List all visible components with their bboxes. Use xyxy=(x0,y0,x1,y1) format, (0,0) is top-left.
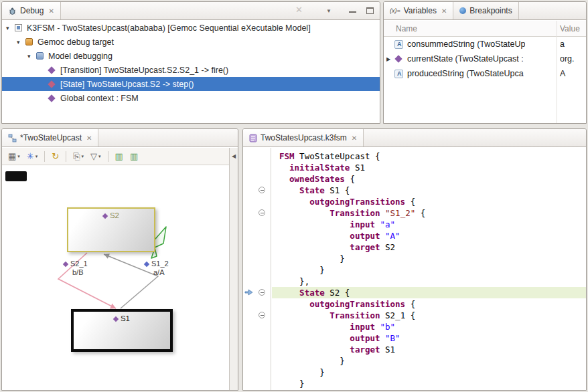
code-line[interactable]: } xyxy=(272,264,586,276)
expander-down-icon[interactable]: ▾ xyxy=(17,39,25,45)
close-tab-icon[interactable]: ✕ xyxy=(441,7,447,15)
transition-label-s2_1[interactable]: S2_1 b/B xyxy=(64,260,88,277)
code-line[interactable]: FSM TwoStateUpcast { xyxy=(272,151,586,162)
code-line[interactable]: ownedStates { xyxy=(272,173,586,185)
state-node-s2[interactable]: S2 xyxy=(67,207,155,252)
annotation-ruler[interactable] xyxy=(243,148,254,390)
tree-item-label: Model debugging xyxy=(48,52,113,61)
transition-label-s1_2[interactable]: S1_2 a/A xyxy=(145,260,169,277)
frame-icon xyxy=(48,94,55,102)
code-line[interactable]: Transition "S1_2" { xyxy=(272,207,586,219)
code-line[interactable]: Transition S2_1 { xyxy=(272,310,586,321)
expander-down-icon[interactable]: ▾ xyxy=(27,53,36,60)
fold-ruler[interactable] xyxy=(254,148,271,390)
dropdown-arrow-icon[interactable]: ▾ xyxy=(17,154,20,159)
thread-icon xyxy=(36,52,44,60)
variable-row[interactable]: producedString (TwoStateUpcaA xyxy=(384,66,586,81)
select-mode-icon-button[interactable]: ✳▾ xyxy=(25,151,40,162)
close-tab-icon[interactable]: ✕ xyxy=(352,134,357,142)
minimize-icon[interactable] xyxy=(349,11,356,13)
code-line[interactable]: State S1 { xyxy=(272,185,586,196)
tab-variables-label: Variables xyxy=(404,6,437,15)
debug-toolbar: ✕▼ xyxy=(2,2,380,19)
debug-tree-row[interactable]: Global context : FSM xyxy=(2,91,380,105)
transition-io-label: b/B xyxy=(72,268,88,277)
maximize-icon[interactable] xyxy=(366,7,374,14)
code-line[interactable]: } xyxy=(272,355,586,367)
debug-tree-row[interactable]: ▾Gemoc debug target xyxy=(2,35,380,49)
debug-tree-row[interactable]: [State] TwoStateUpcast.S2 -> step() xyxy=(2,77,380,91)
code-line[interactable]: } xyxy=(272,378,586,389)
fold-collapse-icon[interactable] xyxy=(259,209,265,216)
clear-console-icon[interactable]: ✕ xyxy=(295,5,303,15)
paste-format-icon-button[interactable]: ⎘▾ xyxy=(71,151,86,162)
code-line[interactable]: initialState S1 xyxy=(272,162,586,173)
code-line[interactable]: target S1 xyxy=(272,344,586,355)
tab-k3fsm-file[interactable]: TwoStatesUpcast.k3fsm ✕ xyxy=(243,129,364,146)
attribute-icon xyxy=(394,70,403,78)
expander-right-icon[interactable]: ▶ xyxy=(386,56,394,62)
debug-tree[interactable]: ▾K3FSM - TwoStatesUpcast(abababa) [Gemoc… xyxy=(2,21,380,123)
arrange-icon-button[interactable]: ▦▾ xyxy=(6,151,22,162)
dropdown-arrow-icon[interactable]: ▾ xyxy=(82,154,84,159)
code-line[interactable]: } xyxy=(272,253,586,264)
export-image-icon-button[interactable]: ▥ xyxy=(113,151,125,162)
palette-collapse-icon[interactable]: ◀ xyxy=(230,153,238,159)
state-icon xyxy=(102,213,108,219)
state-icon xyxy=(113,316,119,322)
model-icon xyxy=(15,24,22,31)
transition-edges xyxy=(2,165,230,391)
code-lines[interactable]: FSM TwoStateUpcast { initialState S1 own… xyxy=(272,148,586,390)
debug-tree-row[interactable]: ▾K3FSM - TwoStatesUpcast(abababa) [Gemoc… xyxy=(2,21,380,35)
paste-format-icon: ⎘ xyxy=(73,152,80,161)
view-menu-icon[interactable]: ▼ xyxy=(326,8,332,14)
variable-value: a xyxy=(560,39,565,49)
export-all-icon: ▥ xyxy=(130,152,138,161)
variable-row[interactable]: consummedString (TwoStateUpa xyxy=(384,37,586,52)
code-line[interactable]: outgoingTransitions { xyxy=(272,196,586,207)
code-line[interactable]: output "A" xyxy=(272,230,586,241)
code-line[interactable]: } xyxy=(272,367,586,378)
fold-collapse-icon[interactable] xyxy=(259,312,265,318)
code-line[interactable]: }, xyxy=(272,276,586,287)
debug-tree-row[interactable]: ▾Model debugging xyxy=(2,49,380,63)
tree-item-label: Global context : FSM xyxy=(60,94,139,103)
state-node-s1[interactable]: S1 xyxy=(71,309,173,352)
export-all-icon-button[interactable]: ▥ xyxy=(128,151,140,162)
select-mode-icon: ✳ xyxy=(27,152,34,161)
code-line[interactable]: State S2 { xyxy=(272,287,586,298)
debug-tree-row[interactable]: [Transition] TwoStateUpcast.S2.S2_1 -> f… xyxy=(2,63,380,77)
variables-icon: (x)= xyxy=(390,7,400,14)
filter-icon: ▽ xyxy=(90,152,97,161)
code-line[interactable]: input "b" xyxy=(272,321,586,332)
code-line[interactable]: output "B" xyxy=(272,332,586,344)
dropdown-arrow-icon[interactable]: ▾ xyxy=(35,154,38,159)
tab-variables[interactable]: (x)= Variables ✕ xyxy=(384,2,453,19)
instruction-pointer-icon xyxy=(244,289,253,296)
fold-collapse-icon[interactable] xyxy=(259,187,265,193)
tab-breakpoints[interactable]: Breakpoints xyxy=(453,2,518,19)
column-header-value: Value xyxy=(560,24,580,33)
code-line[interactable]: target S2 xyxy=(272,241,586,253)
dropdown-arrow-icon[interactable]: ▾ xyxy=(98,154,101,159)
variables-tabbar: (x)= Variables ✕ Breakpoints xyxy=(384,2,586,20)
k3fsm-file-icon xyxy=(249,134,257,142)
variables-rows[interactable]: consummedString (TwoStateUpa▶currentStat… xyxy=(384,37,586,123)
variable-name: currentState (TwoStateUpcast : xyxy=(407,54,524,64)
filter-icon-button[interactable]: ▽▾ xyxy=(88,151,103,162)
refresh-icon-button[interactable]: ↻ xyxy=(50,151,61,162)
reference-icon xyxy=(394,55,402,62)
expander-down-icon[interactable]: ▾ xyxy=(6,25,15,31)
editor-tabbar: TwoStatesUpcast.k3fsm ✕ xyxy=(243,129,586,147)
variable-row[interactable]: ▶currentState (TwoStateUpcast :org. xyxy=(384,52,586,66)
palette-collapsed-strip[interactable]: ◀ xyxy=(229,148,238,390)
breakpoint-icon xyxy=(459,7,466,14)
transition-icon xyxy=(63,262,68,267)
code-line[interactable]: outgoingTransitions { xyxy=(272,298,586,310)
tab-diagram[interactable]: *TwoStateUpcast ✕ xyxy=(2,129,98,146)
close-tab-icon[interactable]: ✕ xyxy=(86,134,92,142)
code-line[interactable]: input "a" xyxy=(272,219,586,230)
tree-item-label: [State] TwoStateUpcast.S2 -> step() xyxy=(60,80,194,89)
diagram-canvas[interactable]: S2 S1 S2_1 b/B S1_2 a/A xyxy=(2,165,229,390)
fold-collapse-icon[interactable] xyxy=(259,289,265,296)
